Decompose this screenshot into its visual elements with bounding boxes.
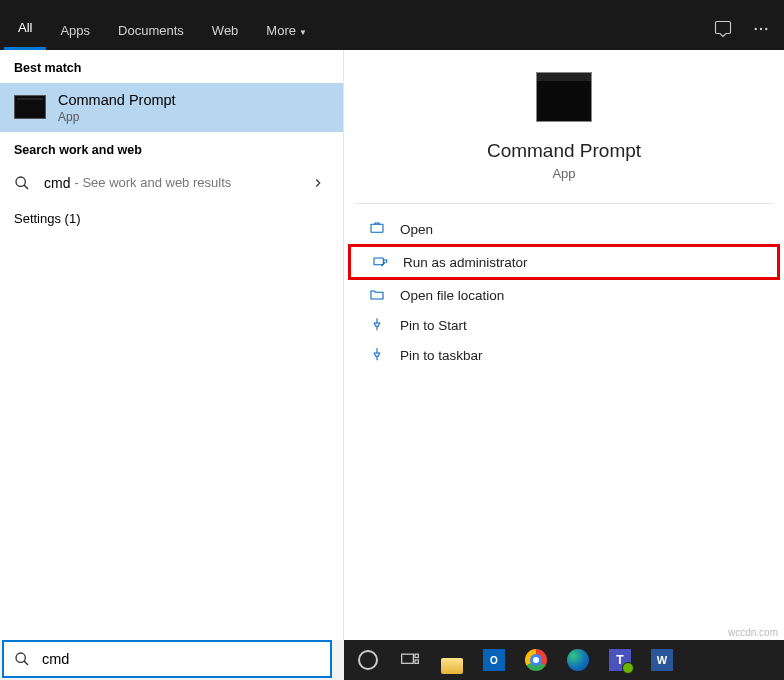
web-search-row[interactable]: cmd - See work and web results	[0, 165, 343, 201]
command-prompt-icon	[536, 72, 592, 122]
chrome-icon[interactable]	[522, 646, 550, 674]
web-query-hint: - See work and web results	[74, 175, 231, 190]
folder-icon	[368, 287, 386, 303]
best-match-result[interactable]: Command Prompt App	[0, 83, 343, 132]
svg-point-3	[16, 177, 25, 186]
edge-icon[interactable]	[564, 646, 592, 674]
teams-icon[interactable]	[606, 646, 634, 674]
action-label: Pin to taskbar	[400, 348, 483, 363]
svg-rect-5	[371, 224, 383, 232]
chevron-down-icon: ▼	[299, 28, 307, 37]
svg-line-8	[24, 661, 28, 665]
tab-all[interactable]: All	[4, 8, 46, 50]
best-match-label: Best match	[0, 50, 343, 83]
search-icon	[14, 651, 30, 667]
task-view-button[interactable]	[396, 646, 424, 674]
taskbar: O W	[344, 640, 784, 680]
web-query-text: cmd	[44, 175, 70, 191]
feedback-icon[interactable]	[704, 8, 742, 50]
search-box[interactable]	[2, 640, 332, 678]
action-open-file-location[interactable]: Open file location	[344, 280, 784, 310]
svg-point-2	[765, 28, 767, 30]
action-pin-to-taskbar[interactable]: Pin to taskbar	[344, 340, 784, 370]
action-label: Open	[400, 222, 433, 237]
svg-rect-6	[374, 258, 383, 265]
svg-point-7	[16, 653, 25, 662]
preview-title: Command Prompt	[344, 140, 784, 162]
svg-point-0	[755, 28, 757, 30]
action-pin-to-start[interactable]: Pin to Start	[344, 310, 784, 340]
action-label: Pin to Start	[400, 318, 467, 333]
preview-subtitle: App	[344, 166, 784, 181]
svg-rect-10	[415, 654, 418, 657]
action-open[interactable]: Open	[344, 214, 784, 244]
watermark-text: wccdn.com	[728, 627, 778, 638]
file-explorer-icon[interactable]	[438, 646, 466, 674]
tab-apps[interactable]: Apps	[46, 11, 104, 50]
results-pane: Best match Command Prompt App Search wor…	[0, 50, 784, 640]
pin-icon	[368, 317, 386, 333]
more-options-icon[interactable]	[742, 8, 780, 50]
search-icon	[14, 175, 30, 191]
action-label: Open file location	[400, 288, 504, 303]
chevron-right-icon	[311, 176, 325, 190]
results-left-column: Best match Command Prompt App Search wor…	[0, 50, 344, 640]
command-prompt-icon	[14, 95, 46, 119]
result-title: Command Prompt	[58, 91, 176, 110]
search-work-web-label: Search work and web	[0, 132, 343, 165]
open-icon	[368, 221, 386, 237]
svg-line-4	[24, 185, 28, 189]
admin-shield-icon	[371, 254, 389, 270]
svg-rect-11	[415, 660, 418, 663]
result-subtitle: App	[58, 110, 176, 124]
action-label: Run as administrator	[403, 255, 528, 270]
tab-web[interactable]: Web	[198, 11, 253, 50]
tab-more[interactable]: More▼	[252, 11, 321, 50]
preview-actions: Open Run as administrator Open file loca…	[344, 204, 784, 380]
action-run-as-administrator[interactable]: Run as administrator	[348, 244, 780, 280]
preview-pane: Command Prompt App Open Run as administr…	[344, 50, 784, 640]
word-icon[interactable]: W	[648, 646, 676, 674]
scope-tabs: All Apps Documents Web More▼	[0, 0, 784, 50]
cortana-button[interactable]	[354, 646, 382, 674]
svg-rect-9	[402, 654, 414, 663]
settings-results-row[interactable]: Settings (1)	[0, 201, 343, 236]
outlook-icon[interactable]: O	[480, 646, 508, 674]
svg-point-1	[760, 28, 762, 30]
tab-documents[interactable]: Documents	[104, 11, 198, 50]
pin-icon	[368, 347, 386, 363]
search-input[interactable]	[42, 651, 320, 667]
